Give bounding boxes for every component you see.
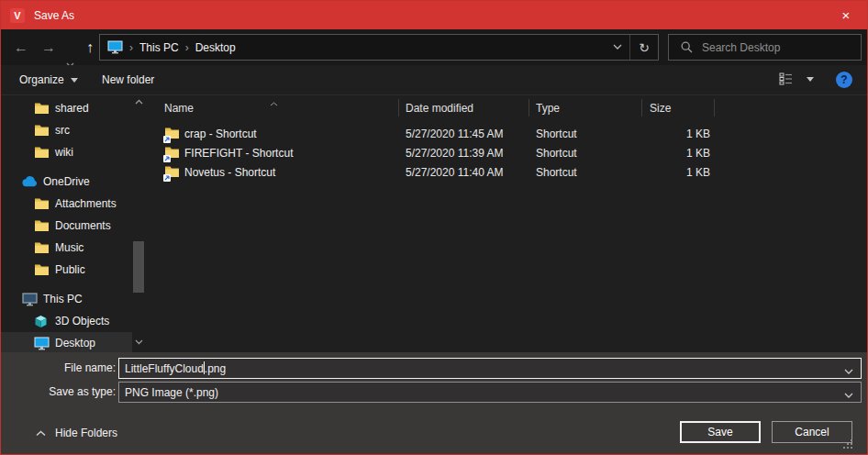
hide-folders-button[interactable]: Hide Folders: [36, 427, 117, 439]
save-button[interactable]: Save: [680, 421, 761, 443]
scrollbar-thumb[interactable]: [133, 241, 144, 293]
sidebar-item-public[interactable]: Public: [1, 259, 132, 281]
sidebar-item-documents[interactable]: Documents: [1, 215, 132, 237]
close-icon[interactable]: ×: [825, 1, 867, 29]
folder-icon: [34, 146, 50, 159]
address-dropdown-chevron-icon[interactable]: [606, 44, 629, 50]
file-name-dropdown-chevron-icon[interactable]: [844, 365, 853, 378]
sidebar-item-3d-objects[interactable]: 3D Objects: [1, 310, 132, 332]
file-row-novetus-shortcut[interactable]: Novetus - Shortcut 5/27/2020 11:40 AM Sh…: [148, 163, 867, 183]
sidebar-item-src[interactable]: src: [1, 119, 132, 141]
column-divider[interactable]: [398, 99, 399, 117]
sidebar-item-label: OneDrive: [43, 175, 90, 188]
save-as-type-label: Save as type:: [1, 382, 116, 403]
window-title: Save As: [34, 9, 74, 22]
sidebar-item-wiki[interactable]: wiki: [1, 141, 132, 163]
file-name: crap - Shortcut: [184, 125, 257, 144]
navigation-bar: ← → ↑ › This PC › Desktop ↻: [1, 29, 867, 65]
file-type: Shortcut: [536, 125, 577, 144]
desktop-icon: [34, 337, 50, 350]
sidebar-item-attachments[interactable]: Attachments: [1, 193, 132, 215]
column-header-size[interactable]: Size: [650, 102, 671, 115]
breadcrumb-desktop[interactable]: Desktop: [195, 41, 236, 54]
breadcrumb-separator: ›: [179, 41, 195, 54]
search-icon: [681, 41, 693, 53]
file-type: Shortcut: [536, 144, 577, 163]
forward-icon[interactable]: →: [36, 29, 61, 65]
file-name: Novetus - Shortcut: [184, 163, 275, 183]
file-row-crap-shortcut[interactable]: crap - Shortcut 5/27/2020 11:45 AM Short…: [148, 125, 867, 144]
file-size: 1 KB: [641, 163, 710, 183]
save-as-type-select[interactable]: PNG Image (*.png): [118, 382, 862, 403]
sidebar-item-label: 3D Objects: [55, 315, 109, 327]
folder-icon: [34, 219, 50, 232]
folder-shortcut-icon: [164, 165, 180, 181]
organize-dropdown-icon: [71, 78, 78, 83]
folder-shortcut-icon: [164, 127, 180, 142]
computer-icon: [22, 293, 39, 306]
resize-grip[interactable]: [851, 439, 852, 441]
sidebar-item-this-pc[interactable]: This PC: [1, 288, 132, 310]
navigation-pane: shared src wiki OneDrive Attachments: [1, 95, 148, 352]
list-header: Name Date modified Type Size: [148, 95, 867, 120]
file-size: 1 KB: [641, 144, 710, 163]
new-folder-button[interactable]: New folder: [102, 65, 154, 94]
search-input[interactable]: [702, 41, 861, 54]
sidebar-item-label: Documents: [55, 219, 111, 232]
file-name-input[interactable]: LittleFluffyCloud.png: [118, 358, 862, 379]
address-bar[interactable]: › This PC › Desktop ↻: [99, 34, 659, 61]
view-options-chevron-icon[interactable]: [807, 77, 814, 82]
sidebar-item-label: Public: [55, 263, 85, 276]
file-type: Shortcut: [536, 163, 577, 183]
sidebar-scrollbar[interactable]: [132, 95, 145, 352]
sidebar-item-label: Music: [55, 241, 83, 254]
folder-icon: [34, 102, 50, 115]
scroll-up-icon[interactable]: [132, 99, 145, 105]
column-divider[interactable]: [529, 99, 529, 117]
back-icon[interactable]: ←: [8, 29, 34, 65]
chevron-up-icon: [36, 430, 46, 437]
cancel-button[interactable]: Cancel: [772, 421, 852, 443]
breadcrumb-this-pc[interactable]: This PC: [139, 41, 179, 54]
file-name-value: LittleFluffyCloud: [125, 362, 204, 375]
sidebar-item-label: wiki: [55, 146, 73, 159]
file-row-firefight-shortcut[interactable]: FIREFIGHT - Shortcut 5/27/2020 11:39 AM …: [148, 144, 867, 163]
file-list: Name Date modified Type Size crap - Shor…: [148, 95, 867, 352]
save-as-type-dropdown-chevron-icon[interactable]: [844, 389, 853, 402]
onedrive-cloud-icon: [22, 176, 39, 187]
breadcrumb-separator: ›: [123, 41, 139, 54]
scroll-down-icon[interactable]: [132, 339, 145, 345]
search-box[interactable]: [668, 34, 862, 61]
vivaldi-app-icon: V: [10, 8, 25, 23]
sidebar-item-onedrive[interactable]: OneDrive: [1, 171, 132, 193]
column-header-name[interactable]: Name: [164, 102, 194, 115]
sidebar-item-music[interactable]: Music: [1, 237, 132, 259]
save-as-type-value: PNG Image (*.png): [125, 386, 218, 399]
sidebar-item-label: This PC: [43, 293, 83, 305]
sidebar-item-desktop[interactable]: Desktop: [1, 332, 132, 354]
save-footer: File name: LittleFluffyCloud.png Save as…: [1, 352, 867, 454]
help-icon[interactable]: ?: [836, 72, 852, 88]
new-folder-label: New folder: [102, 65, 154, 94]
file-name-label: File name:: [1, 358, 116, 379]
column-divider[interactable]: [641, 99, 642, 117]
desktop-location-icon: [107, 40, 123, 54]
recent-locations-chevron-icon[interactable]: [61, 29, 78, 65]
sidebar-item-label: Attachments: [55, 197, 117, 210]
file-date-modified: 5/27/2020 11:39 AM: [406, 144, 504, 163]
column-header-date-modified[interactable]: Date modified: [406, 102, 473, 115]
command-toolbar: Organize New folder ?: [1, 65, 867, 95]
file-name: FIREFIGHT - Shortcut: [184, 144, 293, 163]
refresh-icon[interactable]: ↻: [630, 40, 658, 55]
organize-button[interactable]: Organize: [19, 65, 78, 94]
column-header-type[interactable]: Type: [536, 102, 560, 115]
folder-icon: [34, 263, 50, 276]
file-date-modified: 5/27/2020 11:45 AM: [406, 125, 504, 144]
folder-icon: [34, 197, 50, 210]
sort-ascending-icon: [270, 96, 278, 109]
column-divider[interactable]: [714, 99, 715, 117]
save-as-dialog: V Save As × ← → ↑ › This PC › Desktop ↻: [0, 0, 868, 455]
sidebar-item-shared[interactable]: shared: [1, 97, 132, 119]
details-view-icon[interactable]: [779, 72, 794, 88]
folder-icon: [34, 241, 50, 254]
